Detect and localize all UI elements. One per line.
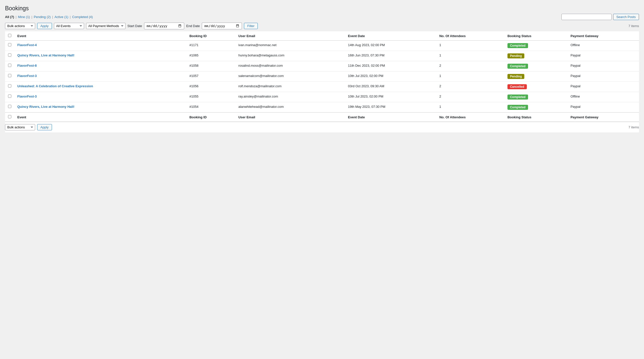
row-event-0: FlavorFest-4 bbox=[14, 41, 186, 51]
all-events-select[interactable]: All Events bbox=[54, 23, 84, 29]
row-booking-id-1: #1065 bbox=[186, 51, 235, 61]
select-all-checkbox[interactable] bbox=[8, 34, 11, 37]
row-event-date-3: 10th Jul 2023, 02:00 PM bbox=[345, 71, 436, 82]
filter-link-all[interactable]: All (7) bbox=[5, 15, 14, 19]
bottom-items-count: 7 items bbox=[628, 125, 639, 129]
filter-link-mine[interactable]: Mine (1) bbox=[18, 15, 30, 19]
row-booking-id-4: #1056 bbox=[186, 82, 235, 92]
footer-booking-id: Booking ID bbox=[186, 113, 235, 122]
row-checkbox-2[interactable] bbox=[8, 64, 11, 67]
row-booking-status-6: Completed bbox=[504, 102, 567, 113]
row-user-email-2: rosalind.moss@mailinator.com bbox=[235, 61, 345, 71]
row-user-email-0: ivan.marina@nommac.net bbox=[235, 41, 345, 51]
header-event: Event bbox=[14, 31, 186, 41]
row-checkbox-6[interactable] bbox=[8, 105, 11, 108]
search-input[interactable] bbox=[561, 14, 612, 20]
status-badge-5: Completed bbox=[507, 95, 528, 100]
row-event-link-2[interactable]: FlavorFest-8 bbox=[17, 64, 37, 67]
row-attendees-6: 1 bbox=[436, 102, 504, 113]
row-checkbox-5[interactable] bbox=[8, 95, 11, 98]
row-event-2: FlavorFest-8 bbox=[14, 61, 186, 71]
footer-checkbox-col bbox=[5, 113, 14, 122]
footer-no-of-attendees: No. Of Attendees bbox=[436, 113, 504, 122]
row-payment-gateway-2: Paypal bbox=[567, 61, 639, 71]
table-row: FlavorFest-8#1058rosalind.moss@mailinato… bbox=[5, 61, 639, 71]
bottom-apply-button[interactable]: Apply bbox=[37, 124, 52, 130]
row-attendees-2: 2 bbox=[436, 61, 504, 71]
row-checkbox-col-4 bbox=[5, 82, 14, 92]
header-no-of-attendees: No. Of Attendees bbox=[436, 31, 504, 41]
row-event-date-1: 16th Jun 2023, 07:30 PM bbox=[345, 51, 436, 61]
row-booking-status-3: Pending bbox=[504, 71, 567, 82]
row-booking-id-3: #1057 bbox=[186, 71, 235, 82]
row-booking-status-0: Completed bbox=[504, 41, 567, 51]
filter-links: All (7) | Mine (1) | Pending (2) | Activ… bbox=[5, 15, 93, 19]
status-badge-0: Completed bbox=[507, 43, 528, 48]
table-footer-header-row: Event Booking ID User Email Event Date N… bbox=[5, 113, 639, 122]
row-checkbox-col-1 bbox=[5, 51, 14, 61]
row-attendees-4: 2 bbox=[436, 82, 504, 92]
table-row: FlavorFest-3#1057salenamalcom@mailinator… bbox=[5, 71, 639, 82]
row-checkbox-col-5 bbox=[5, 92, 14, 102]
row-user-email-3: salenamalcom@mailinator.com bbox=[235, 71, 345, 82]
row-payment-gateway-6: Paypal bbox=[567, 102, 639, 113]
filter-link-completed[interactable]: Completed (4) bbox=[72, 15, 93, 19]
row-booking-status-2: Completed bbox=[504, 61, 567, 71]
all-payment-methods-select[interactable]: All Payment Methods bbox=[86, 23, 125, 29]
row-checkbox-col-6 bbox=[5, 102, 14, 113]
filter-button[interactable]: Filter bbox=[244, 23, 258, 29]
row-payment-gateway-5: Offline bbox=[567, 92, 639, 102]
row-event-link-5[interactable]: FlavorFest-3 bbox=[17, 95, 37, 98]
end-date-label: End Date bbox=[186, 24, 200, 28]
bottom-bulk-actions-select[interactable]: Bulk actions bbox=[5, 124, 35, 130]
bulk-actions-select[interactable]: Bulk actions bbox=[5, 23, 35, 29]
header-user-email: User Email bbox=[235, 31, 345, 41]
start-date-input[interactable] bbox=[144, 23, 184, 29]
row-payment-gateway-1: Paypal bbox=[567, 51, 639, 61]
row-user-email-1: hunny.bohara@metagauss.com bbox=[235, 51, 345, 61]
row-attendees-0: 1 bbox=[436, 41, 504, 51]
footer-event-date: Event Date bbox=[345, 113, 436, 122]
row-booking-status-4: Cancelled bbox=[504, 82, 567, 92]
top-toolbar: Bulk actions Apply All Events All Paymen… bbox=[5, 23, 639, 29]
row-event-date-4: 03rd Oct 2023, 09:30 AM bbox=[345, 82, 436, 92]
footer-payment-gateway: Payment Gateway bbox=[567, 113, 639, 122]
row-event-link-6[interactable]: Quincy Rivers, Live at Harmony Hall! bbox=[17, 105, 75, 109]
row-event-date-0: 14th Aug 2023, 02:00 PM bbox=[345, 41, 436, 51]
status-badge-1: Pending bbox=[507, 53, 524, 58]
row-event-3: FlavorFest-3 bbox=[14, 71, 186, 82]
row-checkbox-1[interactable] bbox=[8, 53, 11, 57]
footer-booking-status: Booking Status bbox=[504, 113, 567, 122]
header-payment-gateway: Payment Gateway bbox=[567, 31, 639, 41]
row-event-link-3[interactable]: FlavorFest-3 bbox=[17, 74, 37, 78]
row-checkbox-3[interactable] bbox=[8, 74, 11, 77]
row-event-link-4[interactable]: Unleashed: A Celebration of Creative Exp… bbox=[17, 84, 93, 88]
row-event-1: Quincy Rivers, Live at Harmony Hall! bbox=[14, 51, 186, 61]
top-apply-button[interactable]: Apply bbox=[37, 23, 52, 29]
row-booking-id-5: #1055 bbox=[186, 92, 235, 102]
filter-link-active[interactable]: Active (1) bbox=[54, 15, 68, 19]
row-checkbox-4[interactable] bbox=[8, 84, 11, 87]
footer-select-all-checkbox[interactable] bbox=[8, 115, 11, 118]
footer-user-email: User Email bbox=[235, 113, 345, 122]
sep-3: | bbox=[52, 15, 53, 19]
row-event-date-6: 19th May 2023, 07:30 PM bbox=[345, 102, 436, 113]
row-booking-status-1: Pending bbox=[504, 51, 567, 61]
row-event-link-1[interactable]: Quincy Rivers, Live at Harmony Hall! bbox=[17, 53, 75, 57]
row-checkbox-col-3 bbox=[5, 71, 14, 82]
row-booking-id-2: #1058 bbox=[186, 61, 235, 71]
header-booking-status: Booking Status bbox=[504, 31, 567, 41]
row-checkbox-col-2 bbox=[5, 61, 14, 71]
filter-link-pending[interactable]: Pending (2) bbox=[34, 15, 51, 19]
row-event-date-2: 11th Dec 2023, 02:00 PM bbox=[345, 61, 436, 71]
row-booking-status-5: Completed bbox=[504, 92, 567, 102]
row-event-link-0[interactable]: FlavorFest-4 bbox=[17, 43, 37, 47]
row-payment-gateway-4: Paypal bbox=[567, 82, 639, 92]
end-date-input[interactable] bbox=[202, 23, 242, 29]
search-posts-button[interactable]: Search Posts bbox=[613, 14, 639, 20]
table-row: Quincy Rivers, Live at Harmony Hall!#105… bbox=[5, 102, 639, 113]
row-checkbox-0[interactable] bbox=[8, 43, 11, 46]
header-event-date: Event Date bbox=[345, 31, 436, 41]
status-badge-4: Cancelled bbox=[507, 84, 527, 89]
table-header-row: Event Booking ID User Email Event Date N… bbox=[5, 31, 639, 41]
